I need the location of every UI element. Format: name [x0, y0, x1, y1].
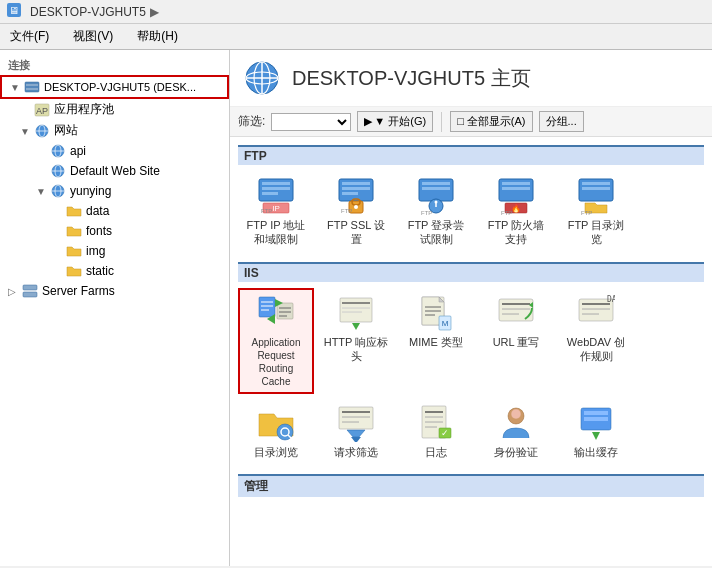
manage-icons-grid	[238, 503, 704, 533]
svg-rect-43	[422, 187, 450, 190]
sidebar: 连接 ▼ DESKTOP-VJGHUT5 (DESK... ▷ AP 应用程序池…	[0, 50, 230, 566]
svg-rect-20	[23, 292, 37, 297]
icon-ftp-login[interactable]: FTP FTP 登录尝试限制	[398, 171, 474, 252]
icon-log[interactable]: ✓ 日志	[398, 398, 474, 464]
svg-rect-109	[584, 417, 608, 421]
icon-auth[interactable]: 身份验证	[478, 398, 554, 464]
request-filter-label: 请求筛选	[334, 445, 378, 459]
svg-rect-49	[502, 182, 530, 185]
server-icon	[24, 79, 40, 95]
ftp-login-icon: FTP	[416, 176, 456, 216]
sidebar-api-label: api	[70, 144, 86, 158]
svg-marker-96	[347, 430, 365, 437]
menu-bar: 文件(F) 视图(V) 帮助(H)	[0, 24, 712, 50]
apppool-icon: AP	[34, 102, 50, 118]
sidebar-item-apppool[interactable]: ▷ AP 应用程序池	[0, 99, 229, 120]
ftp-firewall-icon: 🔥 FTP	[496, 176, 536, 216]
svg-rect-2	[25, 82, 39, 92]
svg-rect-35	[342, 187, 370, 190]
url-rewrite-icon	[496, 293, 536, 333]
icon-request-filter[interactable]: 请求筛选	[318, 398, 394, 464]
filter-select[interactable]	[271, 113, 351, 131]
svg-text:FTP: FTP	[581, 210, 592, 215]
svg-marker-110	[592, 432, 600, 440]
svg-text:FTP: FTP	[501, 210, 512, 215]
sidebar-item-img[interactable]: ▷ img	[0, 241, 229, 261]
ftp-firewall-label: FTP 防火墙支持	[483, 218, 549, 247]
breadcrumb-arrow: ▶	[150, 5, 159, 19]
icon-ftp-ssl[interactable]: FTP FTP SSL 设置	[318, 171, 394, 252]
svg-marker-97	[351, 437, 361, 442]
icon-mime[interactable]: M MIME 类型	[398, 288, 474, 394]
sidebar-item-sites[interactable]: ▼ 网站	[0, 120, 229, 141]
webdav-label: WebDAV 创作规则	[563, 335, 629, 364]
expand-sites[interactable]: ▼	[20, 126, 30, 136]
svg-rect-28	[262, 187, 290, 190]
svg-text:DAV: DAV	[607, 295, 615, 304]
svg-rect-56	[582, 187, 610, 190]
arr-label: Application Request Routing Cache	[244, 336, 308, 388]
svg-text:FTP: FTP	[421, 210, 432, 215]
icon-http-response[interactable]: HTTP 响应标头	[318, 288, 394, 394]
svg-point-46	[435, 201, 438, 204]
icon-url-rewrite[interactable]: URL 重写	[478, 288, 554, 394]
default-web-site-icon	[50, 163, 66, 179]
icon-output-cache[interactable]: 输出缓存	[558, 398, 634, 464]
breadcrumb-icon: 🖥	[6, 2, 22, 21]
menu-view[interactable]: 视图(V)	[69, 26, 117, 47]
svg-rect-58	[259, 297, 275, 317]
content-title: DESKTOP-VJGHUT5 主页	[292, 65, 531, 92]
menu-file[interactable]: 文件(F)	[6, 26, 53, 47]
content-header-icon	[242, 58, 282, 98]
sidebar-item-server[interactable]: ▼ DESKTOP-VJGHUT5 (DESK...	[0, 75, 229, 99]
icon-ftp-firewall[interactable]: 🔥 FTP FTP 防火墙支持	[478, 171, 554, 252]
sidebar-item-api[interactable]: ▷ api	[0, 141, 229, 161]
data-folder-icon	[66, 203, 82, 219]
icon-arr[interactable]: Application Request Routing Cache	[238, 288, 314, 394]
log-icon: ✓	[416, 403, 456, 443]
toolbar-divider	[441, 112, 442, 132]
sidebar-item-server-farms[interactable]: ▷ Server Farms	[0, 281, 229, 301]
expand-server-farms[interactable]: ▷	[8, 286, 18, 296]
sidebar-fonts-label: fonts	[86, 224, 112, 238]
breadcrumb-server: DESKTOP-VJGHUT5	[30, 5, 146, 19]
icon-ftp-ip[interactable]: IP FTP FTP IP 地址和域限制	[238, 171, 314, 252]
svg-rect-55	[582, 182, 610, 185]
sidebar-item-data[interactable]: ▷ data	[0, 201, 229, 221]
sidebar-item-static[interactable]: ▷ static	[0, 261, 229, 281]
content-panel: DESKTOP-VJGHUT5 主页 筛选: ▶ ▼ 开始(G) □ 全部显示(…	[230, 50, 712, 566]
ftp-ip-icon: IP FTP	[256, 176, 296, 216]
icon-ftp-dir[interactable]: FTP FTP 目录浏览	[558, 171, 634, 252]
content-header: DESKTOP-VJGHUT5 主页	[230, 50, 712, 107]
group-label: 分组...	[546, 114, 577, 129]
svg-text:🔥: 🔥	[511, 203, 521, 213]
top-breadcrumb-bar: 🖥 DESKTOP-VJGHUT5 ▶	[0, 0, 712, 24]
expand-yunying[interactable]: ▼	[36, 186, 46, 196]
log-label: 日志	[425, 445, 447, 459]
sidebar-item-yunying[interactable]: ▼ yunying	[0, 181, 229, 201]
section-ftp-header: FTP	[238, 145, 704, 165]
ftp-dir-label: FTP 目录浏览	[563, 218, 629, 247]
svg-rect-4	[26, 88, 38, 90]
ftp-ssl-icon: FTP	[336, 176, 376, 216]
show-all-label: □ 全部显示(A)	[457, 114, 525, 129]
filter-label: 筛选:	[238, 113, 265, 130]
sidebar-connection-label: 连接	[0, 54, 229, 75]
icon-dir-browse[interactable]: 目录浏览	[238, 398, 314, 464]
menu-help[interactable]: 帮助(H)	[133, 26, 182, 47]
icon-webdav[interactable]: DAV WebDAV 创作规则	[558, 288, 634, 394]
svg-point-39	[354, 205, 358, 209]
start-button[interactable]: ▶ ▼ 开始(G)	[357, 111, 433, 132]
url-rewrite-label: URL 重写	[493, 335, 540, 349]
group-button[interactable]: 分组...	[539, 111, 584, 132]
sidebar-server-label: DESKTOP-VJGHUT5 (DESK...	[44, 81, 196, 93]
sidebar-sites-label: 网站	[54, 122, 78, 139]
svg-rect-3	[26, 84, 38, 86]
ftp-ssl-label: FTP SSL 设置	[323, 218, 389, 247]
show-all-button[interactable]: □ 全部显示(A)	[450, 111, 532, 132]
main-layout: 连接 ▼ DESKTOP-VJGHUT5 (DESK... ▷ AP 应用程序池…	[0, 50, 712, 566]
sidebar-item-default-web-site[interactable]: ▷ Default Web Site	[0, 161, 229, 181]
dir-browse-label: 目录浏览	[254, 445, 298, 459]
expand-server[interactable]: ▼	[10, 82, 20, 92]
sidebar-item-fonts[interactable]: ▷ fonts	[0, 221, 229, 241]
